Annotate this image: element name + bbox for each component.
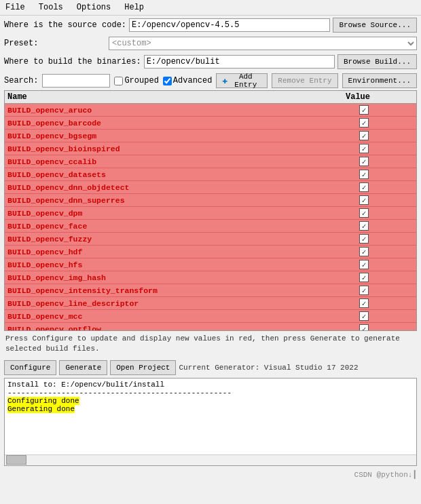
row-checkbox[interactable] [359,105,369,115]
menu-tools[interactable]: Tools [36,1,66,14]
source-input[interactable] [129,18,330,32]
row-name: BUILD_opencv_datasets [7,170,359,179]
row-name: BUILD_opencv_hdf [7,248,359,256]
log-body[interactable]: Install to: E:/opencv/bulit/install-----… [5,379,416,454]
row-value [359,247,414,256]
row-name: BUILD_opencv_mcc [7,312,359,321]
log-container: Install to: E:/opencv/bulit/install-----… [4,378,417,466]
table-row[interactable]: BUILD_opencv_mcc [5,310,416,323]
row-checkbox[interactable] [359,221,369,231]
log-highlight: Configuring done [7,397,79,405]
row-checkbox[interactable] [359,144,369,153]
row-checkbox[interactable] [359,260,369,269]
table-row[interactable]: BUILD_opencv_line_descriptor [5,297,416,310]
row-value [359,260,414,269]
add-entry-button[interactable]: ✚ Add Entry [216,73,268,88]
open-project-button[interactable]: Open Project [110,360,176,375]
row-value [359,324,414,330]
row-value [359,144,414,153]
menu-options[interactable]: Options [74,1,113,14]
row-checkbox[interactable] [359,273,369,282]
row-checkbox[interactable] [359,131,369,140]
table-row[interactable]: BUILD_opencv_ccalib [5,155,416,168]
environment-button[interactable]: Environment... [342,73,417,88]
table-row[interactable]: BUILD_opencv_img_hash [5,271,416,284]
table-row[interactable]: BUILD_opencv_intensity_transform [5,284,416,297]
row-checkbox[interactable] [359,311,369,321]
grouped-label: Grouped [124,76,158,85]
row-value [359,221,414,231]
table-row[interactable]: BUILD_opencv_fuzzy [5,233,416,246]
advanced-checkbox-label[interactable]: Advanced [163,76,213,85]
col-value-header: Value [346,92,414,102]
row-name: BUILD_opencv_bioinspired [7,144,359,153]
row-checkbox[interactable] [359,286,369,295]
row-value [359,234,414,244]
remove-entry-button[interactable]: Remove Entry [272,73,337,88]
table-body[interactable]: BUILD_opencv_arucoBUILD_opencv_barcodeBU… [5,104,416,330]
search-input[interactable] [42,74,110,88]
row-value [359,208,414,218]
row-value [359,311,414,321]
log-line: ----------------------------------------… [7,389,414,397]
table-row[interactable]: BUILD_opencv_bioinspired [5,142,416,155]
advanced-checkbox[interactable] [163,77,172,85]
preset-select[interactable]: <custom> [109,37,417,50]
table-row[interactable]: BUILD_opencv_dpm [5,207,416,220]
source-row: Where is the source code: Browse Source.… [0,16,421,35]
row-value [359,273,414,282]
row-value [359,157,414,166]
row-checkbox[interactable] [359,208,369,218]
table-row[interactable]: BUILD_opencv_bgsegm [5,130,416,142]
build-input[interactable] [144,55,335,69]
search-label: Search: [4,76,38,85]
grouped-checkbox-label[interactable]: Grouped [114,76,158,85]
row-checkbox[interactable] [359,118,369,128]
row-checkbox[interactable] [359,247,369,256]
bottom-buttons-row: Configure Generate Open Project Current … [0,357,421,378]
row-name: BUILD_opencv_bgsegm [7,132,359,140]
build-label: Where to build the binaries: [4,57,141,66]
menu-help[interactable]: Help [122,1,147,14]
row-value [359,298,414,308]
table-header: Name Value [5,91,416,104]
row-value [359,195,414,205]
table-row[interactable]: BUILD_opencv_dnn_superres [5,194,416,207]
col-name-header: Name [7,92,346,102]
table-row[interactable]: BUILD_opencv_optflow [5,323,416,330]
grouped-checkbox[interactable] [114,77,123,85]
table-row[interactable]: BUILD_opencv_datasets [5,168,416,181]
table-row[interactable]: BUILD_opencv_barcode [5,117,416,130]
table-row[interactable]: BUILD_opencv_face [5,220,416,233]
add-entry-label: Add Entry [230,73,261,89]
row-name: BUILD_opencv_optflow [7,325,359,331]
row-checkbox[interactable] [359,182,369,192]
row-checkbox[interactable] [359,157,369,166]
browse-build-button[interactable]: Browse Build... [337,54,417,69]
menu-file[interactable]: File [3,1,28,14]
log-h-scrollbar-thumb[interactable] [6,455,26,465]
row-value [359,131,414,140]
row-value [359,182,414,192]
build-table: Name Value BUILD_opencv_arucoBUILD_openc… [4,90,417,331]
row-name: BUILD_opencv_face [7,222,359,231]
row-checkbox[interactable] [359,195,369,205]
advanced-label: Advanced [173,76,213,85]
configure-button[interactable]: Configure [4,360,56,375]
table-row[interactable]: BUILD_opencv_hfs [5,258,416,271]
generate-button[interactable]: Generate [59,360,107,375]
generator-label: Current Generator: Visual Studio 17 2022 [179,364,358,372]
toolbar-row: Search: Grouped Advanced ✚ Add Entry Rem… [0,71,421,90]
row-name: BUILD_opencv_line_descriptor [7,299,359,308]
log-h-scrollbar[interactable] [5,454,416,465]
row-name: BUILD_opencv_hfs [7,260,359,269]
row-checkbox[interactable] [359,298,369,308]
row-checkbox[interactable] [359,234,369,244]
table-row[interactable]: BUILD_opencv_hdf [5,246,416,258]
row-checkbox[interactable] [359,324,369,330]
table-row[interactable]: BUILD_opencv_dnn_objdetect [5,181,416,194]
watermark: CSDN @python↓┃ [0,469,421,480]
table-row[interactable]: BUILD_opencv_aruco [5,104,416,117]
row-checkbox[interactable] [359,170,369,179]
browse-source-button[interactable]: Browse Source... [333,18,417,33]
